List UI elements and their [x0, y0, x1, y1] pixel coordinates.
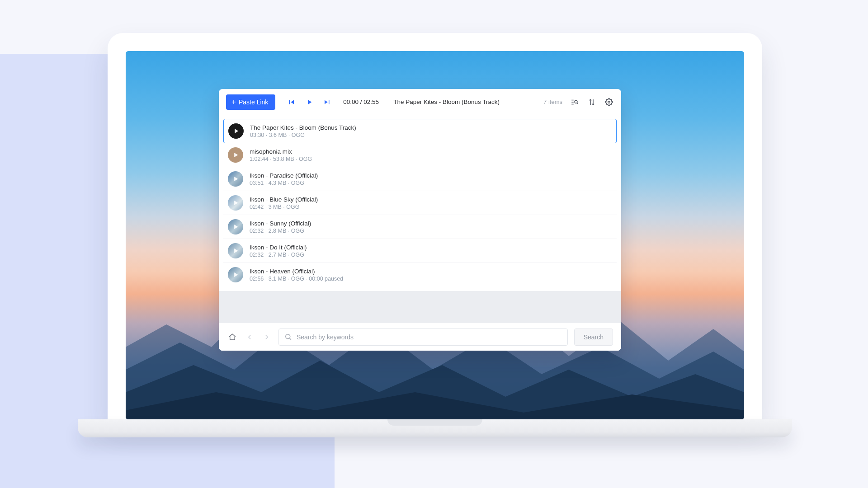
svg-point-3 [575, 100, 577, 103]
track-play-thumb[interactable] [228, 267, 243, 282]
track-subtitle: 1:02:44 · 53.8 MB · OGG [250, 156, 312, 162]
search-icon [284, 333, 292, 341]
search-input[interactable] [297, 333, 562, 341]
track-row[interactable]: Ikson - Heaven (Official)02:56 · 3.1 MB … [223, 263, 617, 286]
toolbar: + Paste Link [219, 89, 621, 115]
now-playing-title: The Paper Kites - Bloom (Bonus Track) [393, 99, 540, 105]
track-play-thumb[interactable] [228, 219, 243, 235]
desktop-screen: + Paste Link [126, 51, 744, 419]
play-button[interactable] [303, 96, 315, 108]
track-subtitle: 03:51 · 4.3 MB · OGG [250, 180, 318, 186]
track-row[interactable]: Ikson - Paradise (Official)03:51 · 4.3 M… [223, 167, 617, 191]
settings-button[interactable] [604, 97, 614, 107]
arrow-right-icon [263, 333, 271, 341]
play-icon [305, 98, 313, 106]
skip-next-icon [323, 98, 331, 106]
track-subtitle: 02:42 · 3 MB · OGG [250, 204, 318, 210]
track-row[interactable]: The Paper Kites - Bloom (Bonus Track)03:… [223, 119, 617, 143]
items-count: 7 items [543, 99, 562, 105]
track-title: Ikson - Heaven (Official) [250, 268, 343, 275]
sort-button[interactable] [587, 97, 597, 107]
list-search-icon [571, 98, 579, 106]
paste-link-label: Paste Link [239, 99, 268, 106]
track-play-thumb[interactable] [228, 147, 243, 163]
svg-line-7 [290, 338, 291, 340]
empty-area [219, 291, 621, 323]
track-row[interactable]: misophonia mix1:02:44 · 53.8 MB · OGG [223, 143, 617, 167]
previous-track-button[interactable] [285, 96, 297, 108]
track-subtitle: 03:30 · 3.6 MB · OGG [250, 132, 356, 138]
svg-point-5 [608, 101, 610, 103]
sort-icon [588, 98, 596, 106]
forward-button[interactable] [261, 332, 272, 343]
track-subtitle: 02:32 · 2.8 MB · OGG [250, 228, 311, 234]
track-title: Ikson - Paradise (Official) [250, 172, 318, 179]
playback-time: 00:00 / 02:55 [343, 99, 379, 105]
home-button[interactable] [227, 332, 238, 343]
track-play-thumb[interactable] [228, 123, 244, 139]
track-title: The Paper Kites - Bloom (Bonus Track) [250, 124, 356, 131]
track-play-thumb[interactable] [228, 171, 243, 187]
track-meta: misophonia mix1:02:44 · 53.8 MB · OGG [250, 148, 312, 162]
track-title: misophonia mix [250, 148, 312, 155]
track-play-thumb[interactable] [228, 195, 243, 211]
track-list: The Paper Kites - Bloom (Bonus Track)03:… [219, 115, 621, 291]
laptop-mockup: + Paste Link [108, 33, 762, 437]
track-title: Ikson - Blue Sky (Official) [250, 196, 318, 203]
laptop-base [78, 419, 792, 437]
svg-line-4 [577, 103, 578, 103]
track-row[interactable]: Ikson - Blue Sky (Official)02:42 · 3 MB … [223, 191, 617, 215]
track-row[interactable]: Ikson - Sunny (Official)02:32 · 2.8 MB ·… [223, 215, 617, 239]
search-field[interactable] [278, 328, 568, 346]
search-button[interactable]: Search [574, 328, 613, 346]
paste-link-button[interactable]: + Paste Link [226, 94, 275, 110]
next-track-button[interactable] [321, 96, 333, 108]
svg-point-6 [286, 334, 290, 339]
track-subtitle: 02:56 · 3.1 MB · OGG · 00:00 paused [250, 276, 343, 282]
gear-icon [605, 98, 613, 106]
track-title: Ikson - Do It (Official) [250, 244, 307, 251]
home-icon [228, 333, 236, 341]
arrow-left-icon [245, 333, 254, 341]
skip-previous-icon [287, 98, 295, 106]
playlist-search-button[interactable] [570, 97, 580, 107]
plus-icon: + [231, 98, 236, 106]
footer-bar: Search [219, 323, 621, 351]
track-meta: Ikson - Sunny (Official)02:32 · 2.8 MB ·… [250, 220, 311, 234]
track-play-thumb[interactable] [228, 243, 243, 258]
back-button[interactable] [244, 332, 255, 343]
track-meta: Ikson - Heaven (Official)02:56 · 3.1 MB … [250, 268, 343, 282]
track-subtitle: 02:32 · 2.7 MB · OGG [250, 252, 307, 258]
track-meta: Ikson - Paradise (Official)03:51 · 4.3 M… [250, 172, 318, 186]
track-row[interactable]: Ikson - Do It (Official)02:32 · 2.7 MB ·… [223, 239, 617, 263]
track-meta: Ikson - Blue Sky (Official)02:42 · 3 MB … [250, 196, 318, 210]
track-title: Ikson - Sunny (Official) [250, 220, 311, 227]
track-meta: The Paper Kites - Bloom (Bonus Track)03:… [250, 124, 356, 138]
audio-downloader-window: + Paste Link [219, 89, 621, 351]
track-meta: Ikson - Do It (Official)02:32 · 2.7 MB ·… [250, 244, 307, 258]
